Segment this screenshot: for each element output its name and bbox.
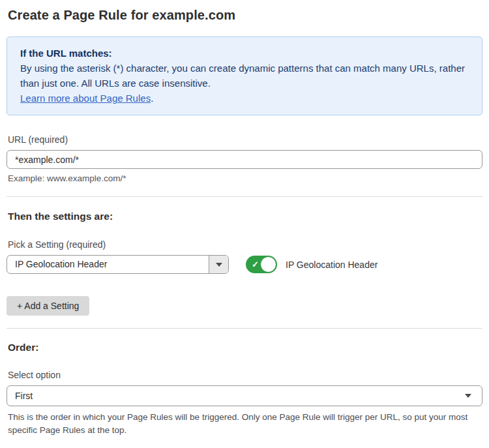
url-field-label: URL (required): [7, 134, 482, 145]
setting-select-arrow-button[interactable]: [209, 256, 228, 273]
ip-geolocation-toggle[interactable]: ✓: [246, 256, 277, 273]
add-setting-button[interactable]: + Add a Setting: [7, 296, 89, 316]
order-select[interactable]: First: [7, 385, 482, 406]
info-box-heading: If the URL matches:: [20, 46, 469, 61]
setting-row: IP Geolocation Header ✓ IP Geolocation H…: [7, 255, 482, 274]
info-box-link-line: Learn more about Page Rules.: [20, 91, 469, 106]
link-period: .: [151, 93, 153, 104]
section-divider: [7, 196, 482, 197]
caret-down-icon: [216, 263, 222, 267]
learn-more-page-rules-link[interactable]: Learn more about Page Rules: [20, 93, 151, 104]
toggle-knob: [260, 256, 276, 273]
settings-section-heading: Then the settings are:: [7, 211, 482, 222]
page-title: Create a Page Rule for example.com: [7, 8, 482, 23]
toggle-label: IP Geolocation Header: [286, 260, 378, 270]
url-match-info-box: If the URL matches: By using the asteris…: [7, 37, 482, 115]
order-section-heading: Order:: [7, 342, 482, 353]
pick-setting-label: Pick a Setting (required): [7, 239, 482, 250]
create-page-rule-form: Create a Page Rule for example.com If th…: [0, 0, 489, 448]
check-icon: ✓: [252, 260, 259, 269]
caret-down-icon: [465, 394, 471, 398]
order-select-label: Select option: [7, 370, 482, 380]
section-divider: [7, 328, 482, 329]
info-box-body: By using the asterisk (*) character, you…: [20, 61, 469, 91]
url-example-helper: Example: www.example.com/*: [7, 173, 482, 183]
setting-select-value: IP Geolocation Header: [7, 256, 209, 273]
setting-select[interactable]: IP Geolocation Header: [7, 255, 229, 274]
order-helper-text: This is the order in which your Page Rul…: [7, 411, 476, 437]
order-select-value: First: [7, 391, 33, 401]
url-input[interactable]: [7, 150, 482, 169]
